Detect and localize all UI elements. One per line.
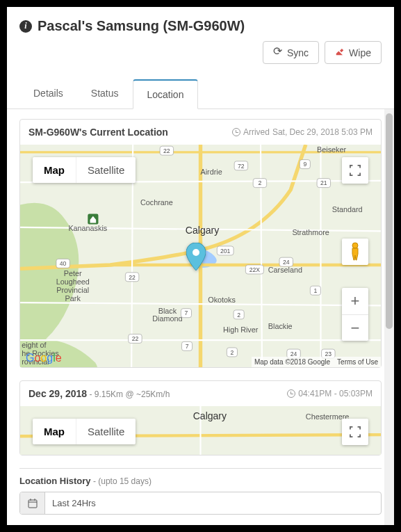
clock-icon: [232, 128, 240, 136]
fullscreen-button[interactable]: [342, 157, 368, 184]
map-type-selector: Map Satellite: [33, 419, 136, 444]
svg-text:9: 9: [303, 161, 306, 168]
svg-text:Airdrie: Airdrie: [201, 168, 222, 176]
wipe-icon: [335, 47, 345, 58]
arrived-time: Sat, Dec 29, 2018 5:03 PM: [272, 127, 373, 137]
header-actions: Sync Wipe: [19, 41, 382, 64]
google-logo: Google: [26, 352, 62, 364]
wipe-button[interactable]: Wipe: [325, 41, 382, 64]
tabs: Details Status Location: [7, 79, 394, 109]
calendar-icon: [20, 492, 45, 514]
svg-text:1: 1: [314, 287, 318, 294]
svg-rect-58: [28, 500, 37, 508]
device-panel: i Pascal's Samsung (SM-G960W) Sync Wipe …: [7, 7, 394, 525]
header-title-row: i Pascal's Samsung (SM-G960W): [19, 18, 382, 34]
map-type-satellite[interactable]: Satellite: [76, 157, 136, 183]
map-type-map[interactable]: Map: [33, 157, 76, 183]
zoom-out-button[interactable]: −: [342, 314, 368, 341]
clock-icon: [287, 389, 295, 398]
map-attribution: Map data ©2018 Google Terms of Use: [252, 357, 381, 367]
svg-text:21: 21: [320, 179, 327, 186]
map-type-map[interactable]: Map: [33, 419, 76, 444]
current-location-map[interactable]: Calgary Airdrie Cochrane Kananaskis Stra…: [20, 145, 381, 367]
svg-text:2: 2: [231, 349, 234, 356]
history-title: Location History - (upto 15 days): [19, 469, 382, 492]
history-entry-date: Dec 29, 2018 - 9.15Km @ ~25Km/h: [28, 388, 170, 399]
history-filter-value: Last 24Hrs: [45, 492, 381, 514]
svg-text:Okotoks: Okotoks: [208, 296, 236, 304]
svg-text:Calgary: Calgary: [186, 225, 219, 236]
history-section: Location History - (upto 15 days) Last 2…: [19, 468, 382, 515]
wipe-label: Wipe: [349, 47, 371, 58]
history-entry-panel: Dec 29, 2018 - 9.15Km @ ~25Km/h 04:41PM …: [19, 380, 382, 456]
svg-text:Standard: Standard: [332, 205, 363, 213]
map-type-selector: Map Satellite: [33, 157, 136, 183]
sync-label: Sync: [287, 47, 309, 58]
location-marker-icon: [186, 243, 206, 273]
svg-text:22X: 22X: [249, 266, 261, 273]
attribution-text: Map data ©2018 Google: [254, 358, 330, 366]
history-entry-map[interactable]: Calgary Chestermere Map Satellite: [20, 406, 381, 455]
svg-text:Strathmore: Strathmore: [292, 228, 329, 236]
svg-text:7: 7: [186, 343, 189, 350]
current-location-panel: SM-G960W's Current Location Arrived Sat,…: [19, 119, 382, 368]
svg-text:High River: High River: [223, 325, 259, 334]
sync-button[interactable]: Sync: [263, 41, 319, 64]
tab-status[interactable]: Status: [77, 79, 133, 109]
tab-details[interactable]: Details: [19, 79, 77, 109]
svg-text:Carseland: Carseland: [268, 266, 302, 274]
arrived-prefix: Arrived: [243, 127, 270, 137]
svg-text:22: 22: [132, 335, 139, 342]
svg-text:40: 40: [60, 260, 67, 267]
history-filter-dropdown[interactable]: Last 24Hrs: [19, 492, 382, 515]
sync-icon: [273, 48, 283, 58]
svg-text:22: 22: [163, 147, 170, 154]
device-title: Pascal's Samsung (SM-G960W): [38, 18, 245, 34]
pegman-button[interactable]: [342, 239, 368, 265]
map-type-satellite[interactable]: Satellite: [76, 419, 136, 444]
svg-point-54: [193, 249, 199, 256]
svg-text:7: 7: [185, 309, 188, 316]
svg-text:2: 2: [259, 179, 262, 186]
current-location-title: SM-G960W's Current Location: [28, 127, 168, 138]
svg-text:22: 22: [129, 274, 136, 281]
fullscreen-button[interactable]: [342, 419, 368, 445]
svg-text:Blackie: Blackie: [268, 322, 293, 330]
tab-location[interactable]: Location: [133, 79, 199, 109]
scrollbar-thumb[interactable]: [386, 113, 393, 329]
arrived-meta: Arrived Sat, Dec 29, 2018 5:03 PM: [232, 127, 373, 137]
svg-text:201: 201: [220, 248, 231, 255]
svg-text:72: 72: [238, 163, 245, 170]
info-icon: i: [19, 20, 32, 33]
history-entry-time: 04:41PM - 05:03PM: [287, 389, 373, 398]
svg-text:2: 2: [237, 312, 240, 319]
header: i Pascal's Samsung (SM-G960W) Sync Wipe: [7, 7, 394, 71]
zoom-in-button[interactable]: +: [342, 288, 368, 314]
svg-text:Calgary: Calgary: [193, 410, 227, 421]
terms-link[interactable]: Terms of Use: [337, 358, 378, 366]
content-area[interactable]: SM-G960W's Current Location Arrived Sat,…: [7, 109, 394, 525]
svg-point-53: [352, 243, 358, 248]
history-entry-header: Dec 29, 2018 - 9.15Km @ ~25Km/h 04:41PM …: [20, 381, 381, 406]
scrollbar-track: [384, 109, 394, 525]
svg-text:Beiseker: Beiseker: [317, 145, 346, 154]
current-location-header: SM-G960W's Current Location Arrived Sat,…: [20, 120, 381, 145]
zoom-controls: + −: [342, 288, 368, 341]
svg-text:24: 24: [283, 259, 290, 266]
svg-text:Cochrane: Cochrane: [140, 198, 173, 207]
svg-text:Kananaskis: Kananaskis: [68, 224, 107, 232]
